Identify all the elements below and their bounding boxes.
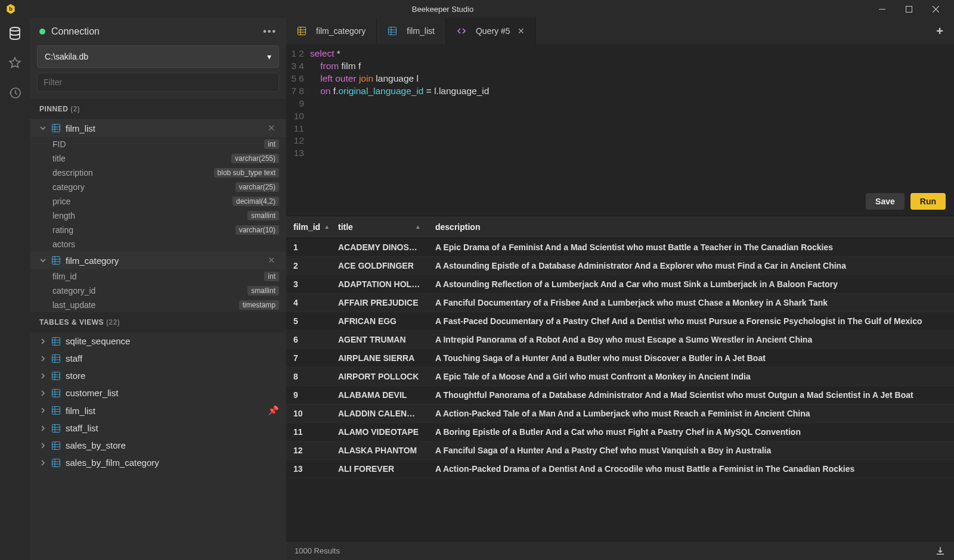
pinned-table-film_category[interactable]: film_category✕ (30, 251, 286, 269)
chevron-right-icon (39, 442, 48, 449)
activity-bar (0, 18, 30, 560)
svg-rect-41 (52, 459, 60, 466)
result-row[interactable]: 13ALI FOREVERA Action-Packed Drama of a … (286, 460, 954, 478)
app-logo: b (5, 3, 17, 15)
result-row[interactable]: 4AFFAIR PREJUDICEA Fanciful Documentary … (286, 294, 954, 312)
cell-title: AFFAIR PREJUDICE (331, 294, 428, 312)
star-icon[interactable] (7, 55, 23, 71)
svg-rect-49 (389, 27, 397, 35)
connection-status-dot (39, 29, 45, 35)
result-row[interactable]: 12ALASKA PHANTOMA Fanciful Saga of a Hun… (286, 441, 954, 460)
column-FID[interactable]: FIDint (30, 137, 286, 151)
column-header-film-id[interactable]: film_id▲ (286, 216, 331, 238)
column-header-title[interactable]: title▲ (331, 216, 428, 238)
column-description[interactable]: descriptionblob sub_type text (30, 166, 286, 180)
cell-description: A Boring Epistle of a Butler And a Cat w… (428, 423, 954, 441)
result-row[interactable]: 2ACE GOLDFINGERA Astounding Epistle of a… (286, 257, 954, 275)
tab-label: Query #5 (476, 26, 510, 36)
tab-film-category[interactable]: film_category (286, 18, 377, 44)
cell-description: A Action-Packed Tale of a Man And a Lumb… (428, 405, 954, 422)
column-price[interactable]: pricedecimal(4,2) (30, 194, 286, 209)
new-tab-button[interactable]: + (925, 24, 954, 38)
table-item-sales_by_film_category[interactable]: sales_by_film_category (30, 454, 286, 471)
svg-rect-17 (52, 354, 60, 362)
cell-title: AGENT TRUMAN (331, 331, 428, 349)
table-item-film_list[interactable]: film_list📌 (30, 402, 286, 419)
unpin-button[interactable]: ✕ (264, 123, 279, 133)
cell-title: ALASKA PHANTOM (331, 441, 428, 459)
result-row[interactable]: 9ALABAMA DEVILA Thoughtful Panorama of a… (286, 386, 954, 405)
svg-point-3 (10, 27, 20, 31)
tab-close-button[interactable]: ✕ (518, 26, 525, 36)
svg-text:b: b (9, 6, 13, 12)
column-length[interactable]: lengthsmallint (30, 209, 286, 223)
minimize-button[interactable] (869, 0, 896, 18)
close-button[interactable] (922, 0, 949, 18)
result-row[interactable]: 10ALADDIN CALENDARA Action-Packed Tale o… (286, 405, 954, 423)
cell-film-id: 4 (286, 294, 331, 312)
cell-description: A Epic Tale of a Moose And a Girl who mu… (428, 368, 954, 385)
table-item-staff_list[interactable]: staff_list (30, 419, 286, 437)
result-row[interactable]: 3ADAPTATION HOLESA Astounding Reflection… (286, 275, 954, 294)
table-name: film_list (66, 123, 264, 133)
run-button[interactable]: Run (910, 193, 946, 210)
history-icon[interactable] (7, 85, 23, 101)
pinned-table-film_list[interactable]: film_list✕ (30, 119, 286, 137)
column-header-description[interactable]: description (428, 216, 954, 238)
column-rating[interactable]: ratingvarchar(10) (30, 223, 286, 237)
connection-menu-button[interactable]: ••• (263, 26, 277, 37)
column-category[interactable]: categoryvarchar(25) (30, 180, 286, 194)
cell-film-id: 3 (286, 275, 331, 293)
result-row[interactable]: 7AIRPLANE SIERRAA Touching Saga of a Hun… (286, 349, 954, 368)
sql-editor[interactable]: 1 2 3 4 5 6 7 8 9 10 11 12 13 select * f… (286, 44, 954, 213)
unpin-button[interactable]: ✕ (264, 255, 279, 266)
result-row[interactable]: 8AIRPORT POLLOCKA Epic Tale of a Moose A… (286, 368, 954, 386)
table-name: sqlite_sequence (66, 336, 279, 346)
tab-film-list[interactable]: film_list (377, 18, 446, 44)
table-item-store[interactable]: store (30, 367, 286, 384)
column-last_update[interactable]: last_updatetimestamp (30, 298, 286, 312)
save-button[interactable]: Save (866, 193, 905, 210)
app-title: Beekeeper Studio (412, 5, 473, 14)
query-icon (457, 26, 466, 36)
cell-film-id: 5 (286, 312, 331, 330)
maximize-button[interactable] (896, 0, 922, 18)
download-icon[interactable] (935, 546, 946, 556)
table-name: staff_list (66, 423, 279, 433)
tab-query-5[interactable]: Query #5✕ (446, 18, 536, 44)
database-path: C:\sakila.db (45, 52, 88, 61)
cell-title: ACE GOLDFINGER (331, 257, 428, 275)
chevron-right-icon (39, 459, 48, 466)
table-item-customer_list[interactable]: customer_list (30, 384, 286, 402)
result-row[interactable]: 11ALAMO VIDEOTAPEA Boring Epistle of a B… (286, 423, 954, 441)
tab-label: film_category (316, 26, 366, 36)
chevron-right-icon (39, 338, 48, 345)
column-name: title (52, 154, 231, 163)
column-actors[interactable]: actors (30, 237, 286, 251)
table-name: sales_by_store (66, 440, 279, 450)
table-icon (51, 354, 61, 363)
column-film_id[interactable]: film_idint (30, 269, 286, 284)
cell-description: A Intrepid Panorama of a Robot And a Boy… (428, 331, 954, 349)
chevron-right-icon (39, 355, 48, 362)
database-icon[interactable] (7, 25, 23, 42)
filter-input[interactable] (37, 73, 279, 92)
column-title[interactable]: titlevarchar(255) (30, 151, 286, 166)
result-row[interactable]: 1ACADEMY DINOSAURA Epic Drama of a Femin… (286, 238, 954, 257)
table-item-staff[interactable]: staff (30, 350, 286, 367)
chevron-right-icon (39, 407, 48, 414)
result-row[interactable]: 6AGENT TRUMANA Intrepid Panorama of a Ro… (286, 331, 954, 349)
results-grid[interactable]: 1ACADEMY DINOSAURA Epic Drama of a Femin… (286, 238, 954, 541)
result-row[interactable]: 5AFRICAN EGGA Fast-Paced Documentary of … (286, 312, 954, 331)
table-item-sqlite_sequence[interactable]: sqlite_sequence (30, 332, 286, 350)
svg-rect-2 (906, 6, 912, 12)
cell-title: ALABAMA DEVIL (331, 386, 428, 404)
sort-icon: ▲ (415, 223, 421, 230)
table-icon (388, 26, 397, 36)
database-selector[interactable]: C:\sakila.db ▾ (37, 45, 279, 68)
svg-rect-13 (52, 337, 60, 345)
table-item-sales_by_store[interactable]: sales_by_store (30, 437, 286, 454)
table-icon (51, 388, 61, 398)
results-header: film_id▲ title▲ description (286, 216, 954, 238)
column-category_id[interactable]: category_idsmallint (30, 284, 286, 298)
